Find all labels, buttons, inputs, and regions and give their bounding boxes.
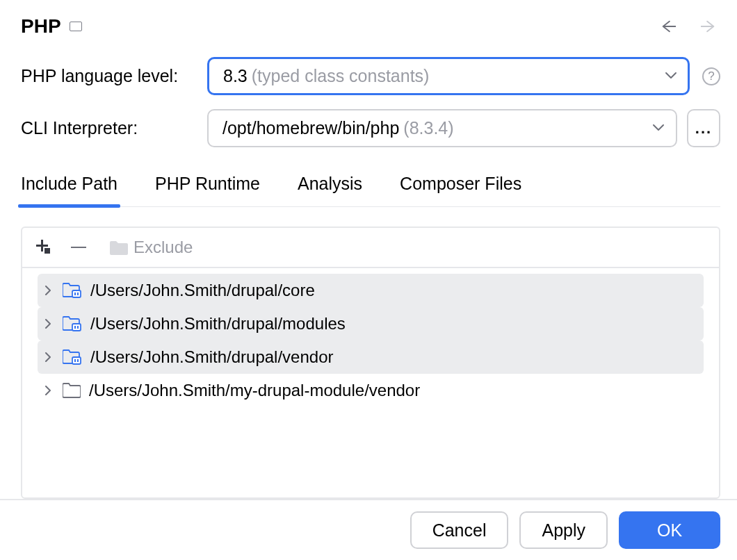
path-toolbar: Exclude	[22, 228, 719, 268]
nav-arrows	[661, 19, 716, 34]
ok-button[interactable]: OK	[619, 511, 720, 549]
more-button[interactable]: ...	[687, 109, 720, 147]
exclude-button[interactable]: Exclude	[110, 238, 193, 257]
svg-rect-6	[72, 324, 81, 331]
svg-rect-4	[74, 293, 76, 295]
window-icon[interactable]	[70, 22, 82, 31]
cli-interpreter-value: /opt/homebrew/bin/php	[222, 118, 399, 138]
tab-composer-files[interactable]: Composer Files	[400, 174, 521, 206]
svg-rect-7	[74, 326, 76, 329]
language-level-select-wrapper: 8.3 (typed class constants)	[207, 57, 690, 95]
footer: Cancel Apply OK	[0, 499, 737, 560]
chevron-down-icon	[665, 70, 677, 83]
minus-icon	[71, 247, 86, 248]
tab-php-runtime[interactable]: PHP Runtime	[155, 174, 260, 206]
folder-sources-icon	[63, 349, 82, 365]
cli-interpreter-select[interactable]: /opt/homebrew/bin/php (8.3.4)	[207, 109, 677, 147]
svg-rect-11	[77, 359, 79, 362]
add-button[interactable]	[36, 240, 51, 255]
svg-rect-1	[36, 245, 48, 247]
svg-rect-3	[72, 290, 81, 297]
folder-icon	[110, 240, 128, 255]
chevron-down-icon	[652, 122, 665, 135]
svg-rect-5	[77, 293, 79, 295]
language-level-hint: (typed class constants)	[252, 66, 430, 86]
expand-icon[interactable]	[42, 384, 54, 397]
path-row[interactable]: /Users/John.Smith/drupal/vendor	[38, 340, 704, 374]
svg-rect-2	[44, 248, 50, 254]
cli-interpreter-hint: (8.3.4)	[403, 118, 453, 138]
cli-interpreter-row: CLI Interpreter: /opt/homebrew/bin/php (…	[21, 109, 720, 147]
folder-sources-icon	[63, 316, 82, 331]
folder-sources-icon	[63, 283, 82, 298]
path-text: /Users/John.Smith/my-drupal-module/vendo…	[89, 381, 420, 400]
cancel-button[interactable]: Cancel	[410, 511, 509, 549]
path-row[interactable]: /Users/John.Smith/my-drupal-module/vendo…	[22, 374, 719, 407]
folder-icon	[63, 383, 81, 398]
help-icon[interactable]: ?	[702, 67, 720, 85]
language-level-select[interactable]: 8.3 (typed class constants)	[207, 57, 690, 95]
back-arrow-icon[interactable]	[661, 19, 676, 34]
path-text: /Users/John.Smith/drupal/modules	[90, 314, 346, 333]
header-left: PHP	[21, 15, 82, 38]
tabs: Include Path PHP Runtime Analysis Compos…	[21, 161, 720, 207]
expand-icon[interactable]	[42, 318, 54, 330]
exclude-label: Exclude	[133, 238, 193, 257]
remove-button[interactable]	[71, 247, 86, 248]
cli-interpreter-label: CLI Interpreter:	[21, 118, 197, 138]
svg-rect-10	[74, 359, 76, 362]
path-row[interactable]: /Users/John.Smith/drupal/modules	[38, 307, 704, 340]
svg-rect-9	[72, 357, 81, 364]
forward-arrow-icon[interactable]	[701, 19, 716, 34]
tab-include-path[interactable]: Include Path	[21, 174, 118, 206]
content: PHP language level: 8.3 (typed class con…	[0, 46, 737, 499]
path-text: /Users/John.Smith/drupal/vendor	[90, 347, 334, 367]
language-level-row: PHP language level: 8.3 (typed class con…	[21, 57, 720, 95]
header: PHP	[0, 0, 737, 46]
svg-rect-8	[77, 326, 79, 329]
language-level-label: PHP language level:	[21, 66, 197, 86]
tab-analysis[interactable]: Analysis	[298, 174, 362, 206]
cli-interpreter-select-wrapper: /opt/homebrew/bin/php (8.3.4)	[207, 109, 677, 147]
path-text: /Users/John.Smith/drupal/core	[90, 281, 315, 300]
path-row[interactable]: /Users/John.Smith/drupal/core	[38, 274, 704, 307]
apply-button[interactable]: Apply	[519, 511, 608, 549]
page-title: PHP	[21, 15, 61, 38]
language-level-value: 8.3	[223, 66, 248, 86]
path-list: /Users/John.Smith/drupal/core /Users/Joh…	[22, 268, 719, 497]
expand-icon[interactable]	[42, 284, 54, 297]
path-container: Exclude /Users/John.Smith/drupal/core	[21, 227, 720, 499]
expand-icon[interactable]	[42, 351, 54, 363]
